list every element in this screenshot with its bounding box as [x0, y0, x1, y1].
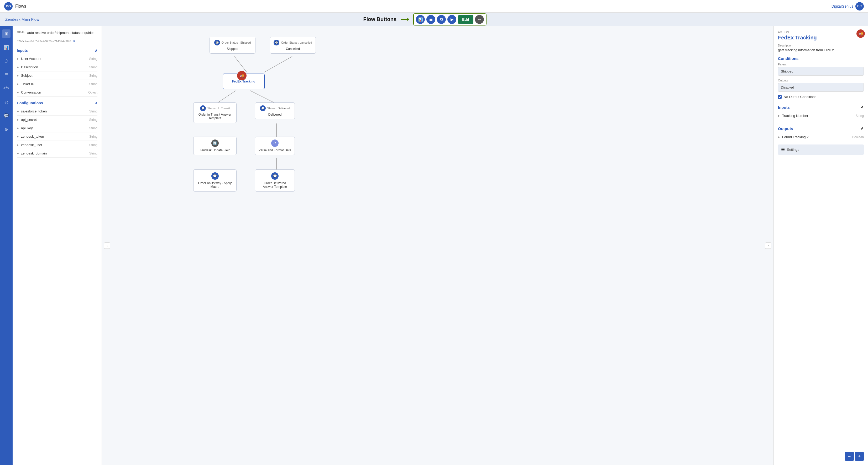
sidebar-home-icon[interactable]: ⊞ [2, 29, 10, 38]
sidebar-network-icon[interactable]: ⬡ [2, 57, 10, 65]
input-subject[interactable]: ▶ Subject String [17, 71, 97, 80]
zoom-minus-button[interactable]: − [845, 452, 854, 461]
input-user-account[interactable]: ▶ User Account String [17, 55, 97, 63]
parent-input[interactable]: Shipped [778, 67, 864, 76]
nav-title: Flows [15, 4, 26, 9]
canvas-nav-right[interactable]: › [765, 242, 771, 249]
nav-left: DG Flows [4, 2, 26, 10]
svg-line-1 [264, 57, 292, 72]
left-panel: Goal auto resolve order/shipment status … [12, 26, 102, 465]
arrow-icon: ▶ [17, 127, 19, 129]
found-tracking-row[interactable]: ▶ Found Tracking ? Boolean [778, 133, 864, 141]
flow-name: Zendesk Main Flow [5, 17, 39, 22]
node-order-delivered-answer[interactable]: 💬 Order Delivered Answer Template [255, 170, 295, 192]
play-button[interactable]: ▶ [447, 15, 456, 24]
sidebar-chart-icon[interactable]: 📊 [2, 43, 10, 52]
copy-button[interactable]: ⧉ [437, 15, 446, 24]
goal-label: Goal [17, 30, 25, 34]
arrow-icon: ▶ [17, 118, 19, 121]
right-panel: 🚚 Action FedEx Tracking Description gets… [773, 26, 868, 465]
inputs-header[interactable]: Inputs ∧ [17, 48, 97, 53]
sidebar-code-icon[interactable]: </> [2, 84, 10, 92]
inputs-section-label: Inputs [778, 105, 790, 110]
node-parse-date[interactable]: ⏱ Parse and Format Date [255, 137, 295, 155]
svg-line-2 [216, 91, 236, 104]
sidebar-chat-icon[interactable]: 💬 [2, 111, 10, 120]
user-name: DigitalGenius [832, 4, 853, 8]
conditions-section: Conditions [778, 56, 864, 61]
sidebar-gear-icon[interactable]: ⚙ [2, 125, 10, 134]
canvas-nav-left[interactable]: ‹ [104, 242, 110, 249]
outputs-label: Outputs [778, 79, 864, 82]
inputs-chevron: ∧ [861, 104, 864, 109]
svg-line-3 [250, 91, 276, 104]
config-salesforce-token[interactable]: ▶ salesforce_token String [17, 107, 97, 116]
tracking-number-row[interactable]: ▶ Tracking Number String [778, 112, 864, 120]
sub-header: Zendesk Main Flow Flow Buttons ⟶ 📊 ☰ ⧉ ▶… [0, 12, 868, 26]
arrow-right-icon: ⟶ [401, 16, 409, 23]
order-on-way-label: Order on its way - Apply Macro [197, 181, 233, 188]
delivered-icon: 💬 [260, 105, 266, 111]
node-order-status-shipped[interactable]: 💬 Order Status : Shipped Shipped [210, 37, 255, 54]
fedex-overlay-icon: 🚚 [237, 71, 247, 80]
node-order-on-way[interactable]: 💬 Order on its way - Apply Macro [193, 170, 237, 192]
settings-icon: ☰ [781, 147, 785, 152]
arrow-icon: ▶ [17, 110, 19, 113]
outputs-section-header: Outputs ∧ [778, 123, 864, 133]
in-transit-header: Status : In Transit [208, 107, 230, 110]
chart-button[interactable]: 📊 [416, 15, 425, 24]
cancelled-icon: 💬 [274, 40, 279, 46]
fedex-label: FedEx Tracking [232, 80, 255, 83]
flow-buttons-label: Flow Buttons [363, 16, 397, 22]
goal-id: 57b3c7ae-8db7-4242-9275-a714394a9f76 ⧉ [17, 39, 97, 43]
list-button[interactable]: ☰ [426, 15, 435, 24]
inputs-chevron-icon: ∧ [95, 48, 97, 53]
arrow-icon: ▶ [17, 74, 19, 77]
configs-chevron-icon: ∧ [95, 101, 97, 105]
copy-id-icon[interactable]: ⧉ [73, 39, 75, 43]
config-zendesk-domain[interactable]: ▶ zendesk_domain String [17, 149, 97, 157]
in-transit-label: Order in Transit Answer Template [197, 113, 233, 120]
config-zendesk-token[interactable]: ▶ zendesk_token String [17, 133, 97, 141]
node-delivered[interactable]: 💬 Status : Delivered Delivered [255, 103, 295, 119]
in-transit-icon: 💬 [200, 105, 206, 111]
node-zendesk-update[interactable]: 🔄 Zendesk Update Field [193, 137, 237, 155]
more-button[interactable]: ··· [475, 15, 484, 24]
no-output-conditions-label: No Output Conditions [784, 95, 816, 99]
right-panel-fedex-icon: 🚚 [857, 29, 865, 38]
arrow-icon: ▶ [778, 114, 780, 117]
right-panel-title: FedEx Tracking [778, 35, 864, 41]
arrow-icon: ▶ [17, 143, 19, 146]
arrow-icon: ▶ [17, 91, 19, 94]
shipped-header-text: Order Status : Shipped [222, 41, 251, 44]
settings-row[interactable]: ☰ Settings [778, 145, 864, 155]
configs-header[interactable]: Configurations ∧ [17, 101, 97, 105]
node-in-transit[interactable]: 💬 Status : In Transit Order in Transit A… [193, 103, 237, 123]
parent-label: Parent [778, 63, 864, 66]
config-api-secret[interactable]: ▶ api_secret String [17, 116, 97, 124]
svg-line-0 [235, 57, 247, 72]
avatar[interactable]: DG [856, 2, 864, 10]
cancelled-header-text: Order Status : cancelled [281, 41, 312, 44]
description-label: Description [778, 44, 864, 47]
input-ticket-id[interactable]: ▶ Ticket ID String [17, 80, 97, 88]
description-text: gets tracking information from FedEx [778, 48, 864, 52]
order-delivered-label: Order Delivered Answer Template [258, 181, 291, 188]
edit-button[interactable]: Edit [458, 15, 473, 24]
input-description[interactable]: ▶ Description String [17, 63, 97, 71]
sidebar-analytics-icon[interactable]: ◎ [2, 98, 10, 106]
outputs-section-label: Outputs [778, 126, 793, 131]
outputs-input[interactable]: Disabled [778, 83, 864, 92]
arrow-icon: ▶ [778, 136, 780, 139]
delivered-header: Status : Delivered [267, 107, 290, 110]
no-output-conditions-checkbox[interactable] [778, 95, 782, 99]
no-output-conditions-row: No Output Conditions [778, 95, 864, 99]
zoom-plus-button[interactable]: + [855, 452, 864, 461]
config-api-key[interactable]: ▶ api_key String [17, 124, 97, 133]
sidebar-list-icon[interactable]: ☰ [2, 70, 10, 79]
config-zendesk-user[interactable]: ▶ zendesk_user String [17, 141, 97, 149]
input-conversation[interactable]: ▶ Conversation Object [17, 88, 97, 97]
arrow-icon: ▶ [17, 57, 19, 60]
node-order-status-cancelled[interactable]: 💬 Order Status : cancelled Cancelled [270, 37, 316, 54]
configs-list: ▶ salesforce_token String ▶ api_secret S… [17, 107, 97, 157]
